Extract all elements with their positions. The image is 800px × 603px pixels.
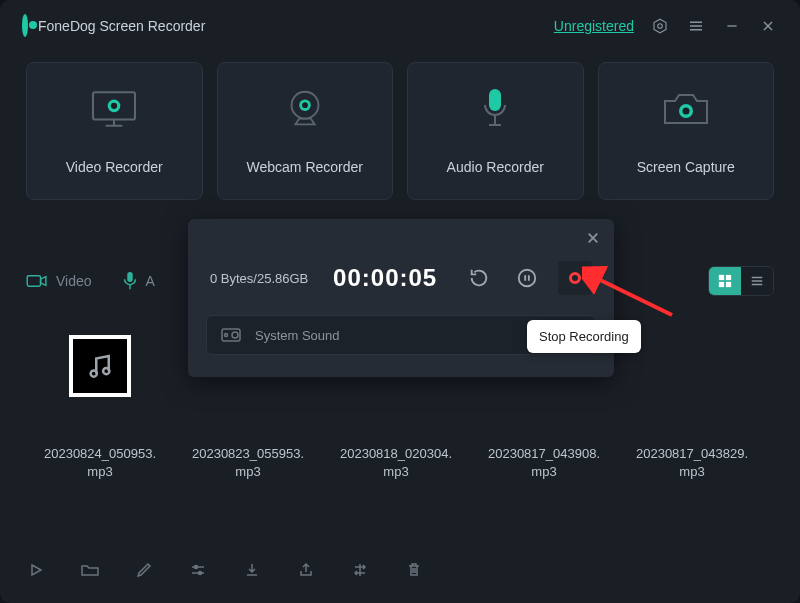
bytes-status: 0 Bytes/25.86GB — [210, 271, 308, 286]
menu-icon[interactable] — [686, 16, 706, 36]
svg-rect-16 — [489, 89, 501, 111]
card-audio-recorder[interactable]: Audio Recorder — [407, 62, 584, 200]
svg-point-20 — [682, 108, 689, 115]
card-label: Webcam Recorder — [247, 159, 363, 175]
file-name: 20230818_020304.mp3 — [336, 445, 456, 480]
webcam-icon — [282, 87, 328, 131]
file-name: 20230817_043908.mp3 — [484, 445, 604, 480]
svg-rect-22 — [127, 272, 132, 282]
camera-icon — [660, 87, 712, 131]
svg-rect-21 — [27, 276, 40, 287]
tab-audio[interactable]: A — [122, 271, 155, 291]
app-title: FoneDog Screen Recorder — [38, 18, 205, 34]
card-screen-capture[interactable]: Screen Capture — [598, 62, 775, 200]
bottom-toolbar — [26, 557, 774, 583]
settings-icon[interactable] — [650, 16, 670, 36]
list-item[interactable]: 20230817_043829.mp3 — [632, 335, 752, 480]
folder-icon[interactable] — [80, 560, 100, 580]
play-icon[interactable] — [26, 560, 46, 580]
card-label: Audio Recorder — [447, 159, 544, 175]
trash-icon[interactable] — [404, 560, 424, 580]
titlebar: FoneDog Screen Recorder Unregistered — [0, 0, 800, 52]
card-label: Screen Capture — [637, 159, 735, 175]
edit-icon[interactable] — [134, 560, 154, 580]
restart-button[interactable] — [462, 261, 496, 295]
app-logo-icon — [22, 17, 28, 35]
card-webcam-recorder[interactable]: Webcam Recorder — [217, 62, 394, 200]
svg-point-46 — [225, 334, 228, 337]
pause-button[interactable] — [510, 261, 544, 295]
record-dot-icon — [569, 272, 581, 284]
svg-rect-24 — [719, 275, 724, 280]
svg-rect-26 — [719, 282, 724, 287]
svg-point-41 — [519, 270, 536, 287]
file-name: 20230824_050953.mp3 — [40, 445, 160, 480]
card-video-recorder[interactable]: Video Recorder — [26, 62, 203, 200]
recording-timer: 00:00:05 — [333, 264, 437, 292]
minimize-icon[interactable] — [722, 16, 742, 36]
monitor-icon — [87, 87, 141, 131]
close-icon[interactable] — [758, 16, 778, 36]
tooltip-stop-recording: Stop Recording — [527, 320, 641, 353]
view-switch — [708, 266, 774, 296]
svg-point-32 — [103, 368, 109, 374]
card-label: Video Recorder — [66, 159, 163, 175]
convert-icon[interactable] — [350, 560, 370, 580]
file-name: 20230823_055953.mp3 — [188, 445, 308, 480]
svg-marker-33 — [32, 565, 41, 575]
recording-panel: 0 Bytes/25.86GB 00:00:05 System Sound — [188, 219, 614, 377]
tab-label: A — [146, 273, 155, 289]
unregistered-link[interactable]: Unregistered — [554, 18, 634, 34]
file-name: 20230817_043829.mp3 — [632, 445, 752, 480]
svg-point-45 — [232, 332, 238, 338]
svg-point-31 — [91, 370, 97, 376]
share-icon[interactable] — [296, 560, 316, 580]
tab-label: Video — [56, 273, 92, 289]
stop-button[interactable] — [558, 261, 592, 295]
svg-point-1 — [658, 24, 663, 29]
svg-point-36 — [195, 566, 198, 569]
download-icon[interactable] — [242, 560, 262, 580]
close-panel-icon[interactable] — [584, 229, 602, 247]
svg-point-15 — [302, 102, 308, 108]
speaker-icon — [221, 327, 243, 343]
tab-video[interactable]: Video — [26, 273, 92, 289]
svg-point-37 — [199, 572, 202, 575]
svg-rect-27 — [726, 282, 731, 287]
microphone-icon — [479, 87, 511, 131]
sliders-icon[interactable] — [188, 560, 208, 580]
music-file-icon — [69, 335, 131, 397]
grid-view-button[interactable] — [709, 267, 741, 295]
svg-marker-0 — [654, 19, 666, 33]
svg-rect-25 — [726, 275, 731, 280]
svg-point-12 — [111, 103, 117, 109]
audio-source-label: System Sound — [255, 328, 340, 343]
list-item[interactable]: 20230824_050953.mp3 — [40, 335, 160, 480]
list-view-button[interactable] — [741, 267, 773, 295]
recorder-cards: Video Recorder Webcam Recorder Audio Rec… — [0, 52, 800, 222]
